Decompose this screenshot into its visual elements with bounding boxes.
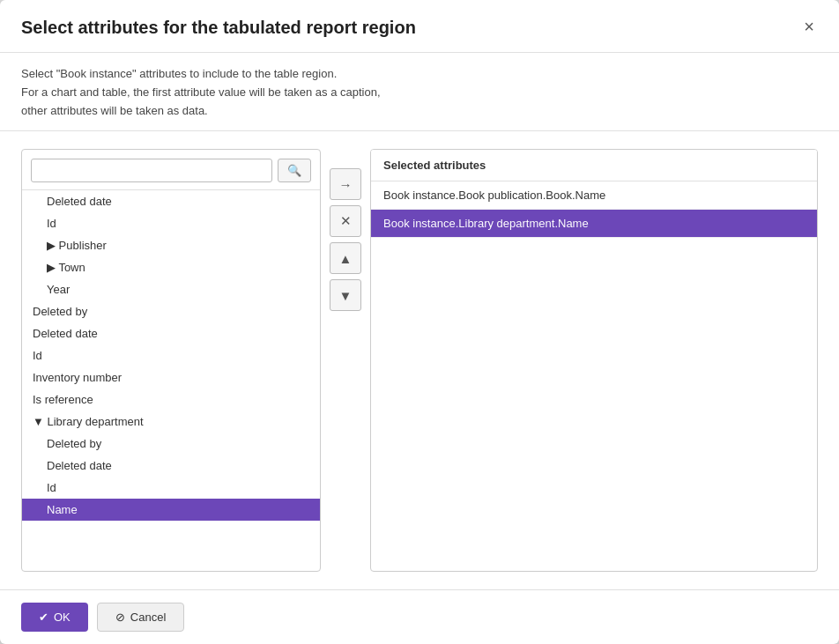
desc-line1: Select "Book instance" attributes to inc… [21, 67, 337, 80]
selected-item-attr-book-name[interactable]: Book instance.Book publication.Book.Name [371, 181, 817, 210]
desc-line3: other attributes will be taken as data. [21, 104, 208, 117]
dialog-body: 🔍 Deleted dateId▶ Publisher▶ TownYearDel… [0, 131, 839, 589]
middle-buttons: → ✕ ▲ ▼ [321, 158, 370, 572]
tree-item-inventory-number[interactable]: Inventory number [22, 366, 320, 389]
left-panel: 🔍 Deleted dateId▶ Publisher▶ TownYearDel… [21, 149, 321, 572]
close-button[interactable]: × [800, 18, 818, 35]
cancel-button[interactable]: ⊘ Cancel [97, 603, 184, 632]
ok-label: OK [54, 611, 71, 624]
tree-item-town[interactable]: ▶ Town [22, 256, 320, 278]
move-down-icon: ▼ [339, 288, 353, 303]
attribute-tree: Deleted dateId▶ Publisher▶ TownYearDelet… [22, 190, 320, 571]
search-button[interactable]: 🔍 [278, 159, 311, 182]
add-icon: → [339, 177, 353, 192]
dialog-header: Select attributes for the tabulated repo… [0, 0, 839, 53]
move-down-button[interactable]: ▼ [330, 279, 361, 311]
tree-item-publisher[interactable]: ▶ Publisher [22, 234, 320, 256]
tree-item-library-department[interactable]: ▼ Library department [22, 411, 320, 433]
tree-item-deleted-by[interactable]: Deleted by [22, 300, 320, 322]
selected-attributes-header: Selected attributes [371, 150, 817, 181]
tree-item-dept-deleted-by[interactable]: Deleted by [22, 433, 320, 455]
desc-line2: For a chart and table, the first attribu… [21, 85, 381, 99]
tree-item-id-2[interactable]: Id [22, 344, 320, 366]
remove-button[interactable]: ✕ [330, 205, 361, 237]
tree-item-dept-name[interactable]: Name [22, 499, 320, 521]
remove-icon: ✕ [340, 213, 352, 229]
selected-item-attr-dept-name[interactable]: Book instance.Library department.Name [371, 210, 817, 238]
selected-attributes-list: Book instance.Book publication.Book.Name… [371, 181, 817, 571]
cancel-label: Cancel [130, 611, 166, 624]
search-input[interactable] [31, 159, 272, 182]
dialog-title: Select attributes for the tabulated repo… [21, 18, 416, 38]
right-panel: Selected attributes Book instance.Book p… [370, 149, 818, 572]
ok-icon: ✔ [39, 611, 48, 624]
dialog-description: Select "Book instance" attributes to inc… [0, 53, 839, 131]
search-icon: 🔍 [287, 164, 301, 177]
dialog-footer: ✔ OK ⊘ Cancel [0, 589, 839, 644]
tree-item-dept-id[interactable]: Id [22, 477, 320, 499]
ok-button[interactable]: ✔ OK [21, 603, 88, 632]
move-up-icon: ▲ [339, 251, 353, 266]
tree-item-is-reference[interactable]: Is reference [22, 389, 320, 411]
dialog: Select attributes for the tabulated repo… [0, 0, 839, 644]
cancel-icon: ⊘ [115, 611, 125, 624]
tree-item-deleted-date-1[interactable]: Deleted date [22, 190, 320, 212]
tree-item-id-1[interactable]: Id [22, 212, 320, 234]
tree-item-deleted-date-2[interactable]: Deleted date [22, 322, 320, 344]
tree-item-dept-deleted-date[interactable]: Deleted date [22, 455, 320, 477]
add-button[interactable]: → [330, 168, 361, 200]
move-up-button[interactable]: ▲ [330, 242, 361, 274]
search-row: 🔍 [22, 150, 320, 190]
tree-item-year[interactable]: Year [22, 278, 320, 300]
